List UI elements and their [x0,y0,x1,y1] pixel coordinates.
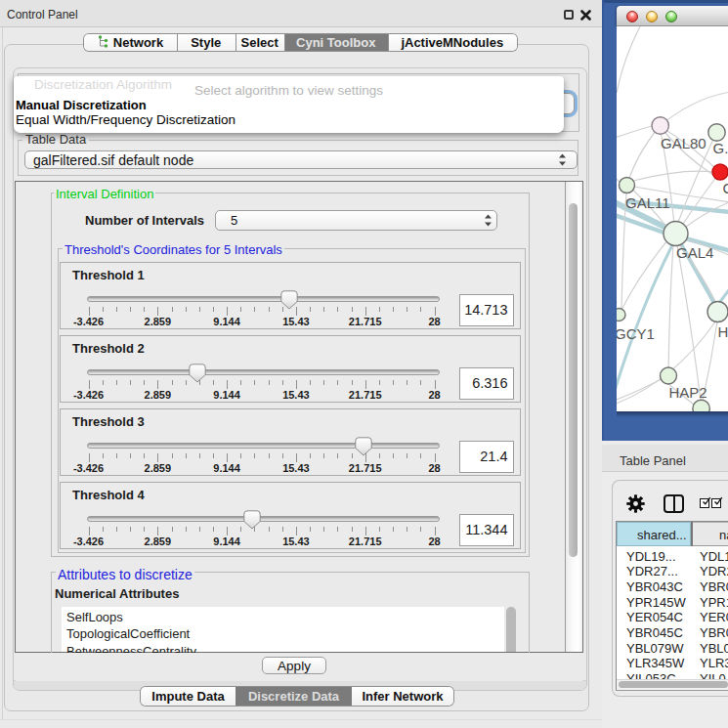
svg-text:HAP2: HAP2 [669,384,707,401]
svg-text:H: H [718,323,728,340]
svg-text:GCY1: GCY1 [617,325,655,342]
svg-text:G.: G. [713,140,728,156]
svg-text:GAL4: GAL4 [676,244,713,261]
svg-text:C: C [723,180,728,196]
svg-text:GAL11: GAL11 [625,194,670,211]
svg-text:GAL80: GAL80 [661,135,707,151]
